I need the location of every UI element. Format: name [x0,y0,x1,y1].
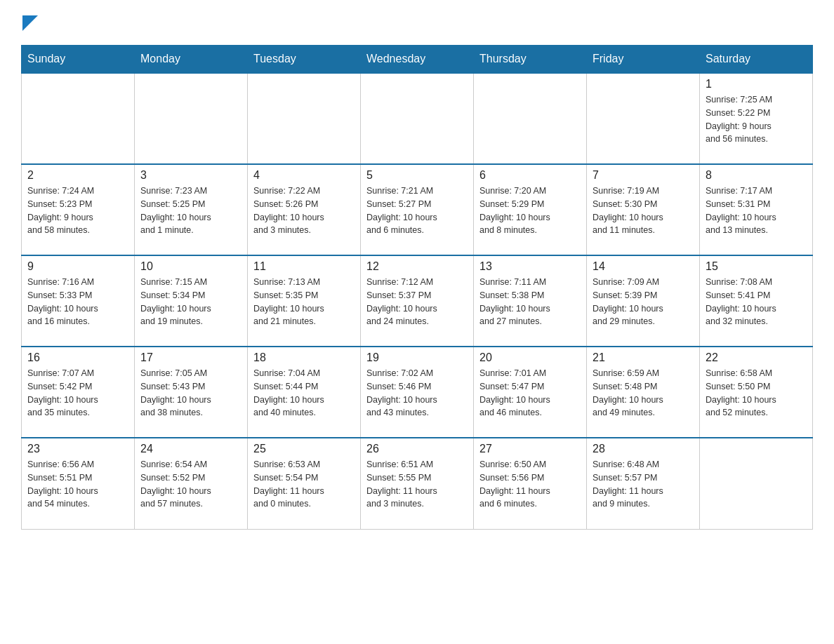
calendar-cell: 1Sunrise: 7:25 AM Sunset: 5:22 PM Daylig… [700,73,813,164]
day-info: Sunrise: 7:16 AM Sunset: 5:33 PM Dayligh… [27,276,128,328]
calendar-cell: 15Sunrise: 7:08 AM Sunset: 5:41 PM Dayli… [700,255,813,347]
weekday-header-friday: Friday [587,46,700,74]
weekday-header-sunday: Sunday [22,46,135,74]
day-number: 18 [253,351,355,364]
day-number: 3 [140,169,241,182]
day-number: 16 [27,351,128,364]
calendar-cell: 6Sunrise: 7:20 AM Sunset: 5:29 PM Daylig… [474,164,587,255]
calendar-cell: 22Sunrise: 6:58 AM Sunset: 5:50 PM Dayli… [700,347,813,438]
day-info: Sunrise: 6:54 AM Sunset: 5:52 PM Dayligh… [140,458,241,511]
calendar-cell [248,73,361,164]
day-info: Sunrise: 6:53 AM Sunset: 5:54 PM Dayligh… [253,458,355,511]
logo-triangle-icon [22,15,38,31]
calendar-cell [474,73,587,164]
day-info: Sunrise: 7:15 AM Sunset: 5:34 PM Dayligh… [140,276,241,328]
calendar-cell: 14Sunrise: 7:09 AM Sunset: 5:39 PM Dayli… [587,255,700,347]
calendar-cell [135,73,248,164]
calendar-cell: 20Sunrise: 7:01 AM Sunset: 5:47 PM Dayli… [474,347,587,438]
day-info: Sunrise: 7:11 AM Sunset: 5:38 PM Dayligh… [479,276,581,328]
calendar-cell: 7Sunrise: 7:19 AM Sunset: 5:30 PM Daylig… [587,164,700,255]
day-info: Sunrise: 7:07 AM Sunset: 5:42 PM Dayligh… [27,367,128,420]
day-info: Sunrise: 7:24 AM Sunset: 5:23 PM Dayligh… [27,185,128,237]
day-info: Sunrise: 6:51 AM Sunset: 5:55 PM Dayligh… [366,458,468,511]
day-info: Sunrise: 6:59 AM Sunset: 5:48 PM Dayligh… [593,367,694,420]
day-info: Sunrise: 7:05 AM Sunset: 5:43 PM Dayligh… [140,367,241,420]
day-number: 26 [366,443,468,455]
day-number: 8 [706,169,807,182]
calendar-week-row: 1Sunrise: 7:25 AM Sunset: 5:22 PM Daylig… [22,73,813,164]
day-info: Sunrise: 7:12 AM Sunset: 5:37 PM Dayligh… [366,276,468,328]
day-number: 4 [253,169,355,182]
calendar-week-row: 9Sunrise: 7:16 AM Sunset: 5:33 PM Daylig… [22,255,813,347]
calendar-cell: 3Sunrise: 7:23 AM Sunset: 5:25 PM Daylig… [135,164,248,255]
day-number: 17 [140,351,241,364]
calendar-cell [700,438,813,529]
day-info: Sunrise: 7:01 AM Sunset: 5:47 PM Dayligh… [479,367,581,420]
day-number: 14 [593,260,694,273]
day-info: Sunrise: 6:58 AM Sunset: 5:50 PM Dayligh… [706,367,807,420]
day-info: Sunrise: 6:56 AM Sunset: 5:51 PM Dayligh… [27,458,128,511]
calendar-cell: 5Sunrise: 7:21 AM Sunset: 5:27 PM Daylig… [361,164,474,255]
day-number: 28 [593,443,694,455]
day-info: Sunrise: 7:21 AM Sunset: 5:27 PM Dayligh… [366,185,468,237]
day-number: 6 [479,169,581,182]
day-info: Sunrise: 7:20 AM Sunset: 5:29 PM Dayligh… [479,185,581,237]
day-info: Sunrise: 7:19 AM Sunset: 5:30 PM Dayligh… [593,185,694,237]
weekday-header-saturday: Saturday [700,46,813,74]
calendar-cell: 26Sunrise: 6:51 AM Sunset: 5:55 PM Dayli… [361,438,474,529]
day-info: Sunrise: 7:23 AM Sunset: 5:25 PM Dayligh… [140,185,241,237]
calendar-cell: 12Sunrise: 7:12 AM Sunset: 5:37 PM Dayli… [361,255,474,347]
day-number: 22 [706,351,807,364]
logo [21,14,38,31]
calendar-cell: 17Sunrise: 7:05 AM Sunset: 5:43 PM Dayli… [135,347,248,438]
calendar-cell: 4Sunrise: 7:22 AM Sunset: 5:26 PM Daylig… [248,164,361,255]
calendar-week-row: 16Sunrise: 7:07 AM Sunset: 5:42 PM Dayli… [22,347,813,438]
day-number: 11 [253,260,355,273]
calendar-cell: 25Sunrise: 6:53 AM Sunset: 5:54 PM Dayli… [248,438,361,529]
day-info: Sunrise: 7:25 AM Sunset: 5:22 PM Dayligh… [706,93,807,146]
day-info: Sunrise: 7:17 AM Sunset: 5:31 PM Dayligh… [706,185,807,237]
day-number: 25 [253,443,355,455]
calendar-cell: 19Sunrise: 7:02 AM Sunset: 5:46 PM Dayli… [361,347,474,438]
weekday-header-wednesday: Wednesday [361,46,474,74]
calendar-cell: 28Sunrise: 6:48 AM Sunset: 5:57 PM Dayli… [587,438,700,529]
calendar-cell [22,73,135,164]
calendar-week-row: 2Sunrise: 7:24 AM Sunset: 5:23 PM Daylig… [22,164,813,255]
day-info: Sunrise: 7:08 AM Sunset: 5:41 PM Dayligh… [706,276,807,328]
calendar-cell: 9Sunrise: 7:16 AM Sunset: 5:33 PM Daylig… [22,255,135,347]
calendar-cell: 27Sunrise: 6:50 AM Sunset: 5:56 PM Dayli… [474,438,587,529]
calendar-cell [361,73,474,164]
day-info: Sunrise: 6:48 AM Sunset: 5:57 PM Dayligh… [593,458,694,511]
weekday-header-monday: Monday [135,46,248,74]
day-number: 1 [706,78,807,90]
calendar-cell: 13Sunrise: 7:11 AM Sunset: 5:38 PM Dayli… [474,255,587,347]
weekday-header-tuesday: Tuesday [248,46,361,74]
day-info: Sunrise: 7:13 AM Sunset: 5:35 PM Dayligh… [253,276,355,328]
day-number: 23 [27,443,128,455]
day-number: 19 [366,351,468,364]
day-info: Sunrise: 7:22 AM Sunset: 5:26 PM Dayligh… [253,185,355,237]
day-number: 10 [140,260,241,273]
calendar-cell: 18Sunrise: 7:04 AM Sunset: 5:44 PM Dayli… [248,347,361,438]
day-info: Sunrise: 7:02 AM Sunset: 5:46 PM Dayligh… [366,367,468,420]
day-number: 24 [140,443,241,455]
calendar-cell: 10Sunrise: 7:15 AM Sunset: 5:34 PM Dayli… [135,255,248,347]
calendar-cell: 21Sunrise: 6:59 AM Sunset: 5:48 PM Dayli… [587,347,700,438]
calendar-cell: 24Sunrise: 6:54 AM Sunset: 5:52 PM Dayli… [135,438,248,529]
svg-marker-0 [22,15,38,31]
calendar-cell: 8Sunrise: 7:17 AM Sunset: 5:31 PM Daylig… [700,164,813,255]
calendar-cell: 2Sunrise: 7:24 AM Sunset: 5:23 PM Daylig… [22,164,135,255]
calendar-cell [587,73,700,164]
day-number: 12 [366,260,468,273]
day-number: 20 [479,351,581,364]
calendar-cell: 11Sunrise: 7:13 AM Sunset: 5:35 PM Dayli… [248,255,361,347]
day-number: 5 [366,169,468,182]
day-number: 21 [593,351,694,364]
day-info: Sunrise: 7:04 AM Sunset: 5:44 PM Dayligh… [253,367,355,420]
weekday-header-thursday: Thursday [474,46,587,74]
day-number: 15 [706,260,807,273]
page-header [21,14,813,31]
calendar-week-row: 23Sunrise: 6:56 AM Sunset: 5:51 PM Dayli… [22,438,813,529]
calendar-cell: 23Sunrise: 6:56 AM Sunset: 5:51 PM Dayli… [22,438,135,529]
calendar-table: SundayMondayTuesdayWednesdayThursdayFrid… [21,45,813,530]
